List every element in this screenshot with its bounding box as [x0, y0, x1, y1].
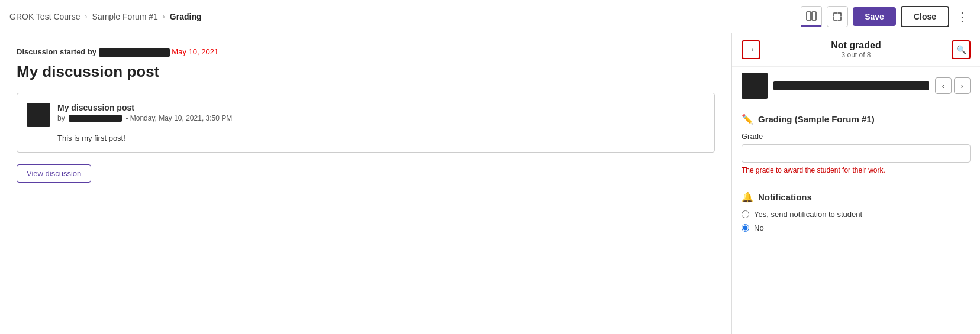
main-layout: Discussion started by May 10, 2021 My di…	[0, 33, 980, 334]
next-student-button[interactable]: ›	[954, 77, 971, 94]
notification-yes-radio[interactable]	[742, 210, 749, 218]
student-count: 3 out of 8	[765, 51, 947, 59]
post-author-line: by - Monday, May 10, 2021, 3:50 PM	[57, 114, 705, 122]
close-button[interactable]: Close	[901, 6, 949, 27]
navigate-student-button[interactable]: →	[742, 40, 760, 59]
search-student-button[interactable]: 🔍	[952, 40, 971, 59]
prev-student-button[interactable]: ‹	[935, 77, 952, 94]
app-header: GROK Test Course › Sample Forum #1 › Gra…	[0, 0, 980, 33]
discussion-date: May 10, 2021	[172, 47, 218, 56]
grade-label: Grade	[742, 132, 971, 141]
notification-yes-option: Yes, send notification to student	[742, 210, 971, 219]
student-nav: → Not graded 3 out of 8 🔍	[732, 33, 980, 67]
post-date-line: - Monday, May 10, 2021, 3:50 PM	[125, 114, 232, 122]
student-info: Not graded 3 out of 8	[765, 40, 947, 59]
breadcrumb: GROK Test Course › Sample Forum #1 › Gra…	[9, 12, 202, 21]
notifications-header: 🔔 Notifications	[742, 192, 971, 203]
grading-header: ✏️ Grading (Sample Forum #1)	[742, 114, 971, 125]
grade-input[interactable]	[742, 144, 971, 163]
notifications-section: 🔔 Notifications Yes, send notification t…	[732, 183, 980, 245]
right-panel: → Not graded 3 out of 8 🔍 ‹ › ✏️ Grading…	[731, 33, 980, 334]
student-avatar	[742, 73, 768, 99]
more-options-icon[interactable]: ⋮	[954, 7, 971, 26]
discussion-started-label: Discussion started by	[17, 47, 96, 56]
svg-rect-0	[807, 12, 811, 20]
bell-icon: 🔔	[742, 192, 753, 203]
view-discussion-button[interactable]: View discussion	[17, 164, 91, 183]
post-by-label: by	[57, 114, 65, 122]
breadcrumb-sep2: ›	[163, 12, 165, 21]
author-username-redacted	[99, 48, 170, 57]
expand-icon-btn[interactable]	[827, 6, 848, 27]
student-name-redacted	[773, 81, 929, 90]
breadcrumb-forum: Sample Forum #1	[92, 12, 158, 21]
post-card: My discussion post by - Monday, May 10, …	[17, 93, 715, 153]
notification-no-label[interactable]: No	[754, 223, 764, 232]
discussion-title: My discussion post	[17, 63, 715, 81]
post-body: This is my first post!	[27, 134, 705, 142]
save-button[interactable]: Save	[853, 7, 896, 26]
search-icon: 🔍	[956, 45, 966, 54]
breadcrumb-course: GROK Test Course	[9, 12, 80, 21]
student-row: ‹ ›	[732, 67, 980, 105]
post-header: My discussion post by - Monday, May 10, …	[27, 103, 705, 127]
post-author-redacted	[69, 115, 122, 122]
grade-status: Not graded	[765, 40, 947, 51]
post-meta: My discussion post by - Monday, May 10, …	[57, 103, 705, 122]
notifications-title: Notifications	[758, 192, 812, 202]
grading-section: ✏️ Grading (Sample Forum #1) Grade The g…	[732, 105, 980, 183]
notification-no-radio[interactable]	[742, 224, 749, 232]
header-actions: Save Close ⋮	[801, 6, 971, 27]
post-avatar	[27, 103, 50, 127]
breadcrumb-sep1: ›	[85, 12, 88, 21]
post-title: My discussion post	[57, 103, 705, 112]
discussion-started-line: Discussion started by May 10, 2021	[17, 47, 715, 57]
breadcrumb-current: Grading	[170, 12, 202, 21]
grade-hint: The grade to award the student for their…	[742, 166, 971, 174]
notification-yes-label[interactable]: Yes, send notification to student	[754, 210, 862, 219]
notification-no-option: No	[742, 223, 971, 232]
view-toggle-icon-btn[interactable]	[801, 6, 822, 27]
student-nav-arrows: ‹ ›	[935, 77, 971, 94]
grading-title: Grading (Sample Forum #1)	[758, 114, 875, 124]
pencil-icon: ✏️	[742, 114, 753, 125]
svg-rect-1	[812, 12, 816, 20]
left-content: Discussion started by May 10, 2021 My di…	[0, 33, 731, 334]
